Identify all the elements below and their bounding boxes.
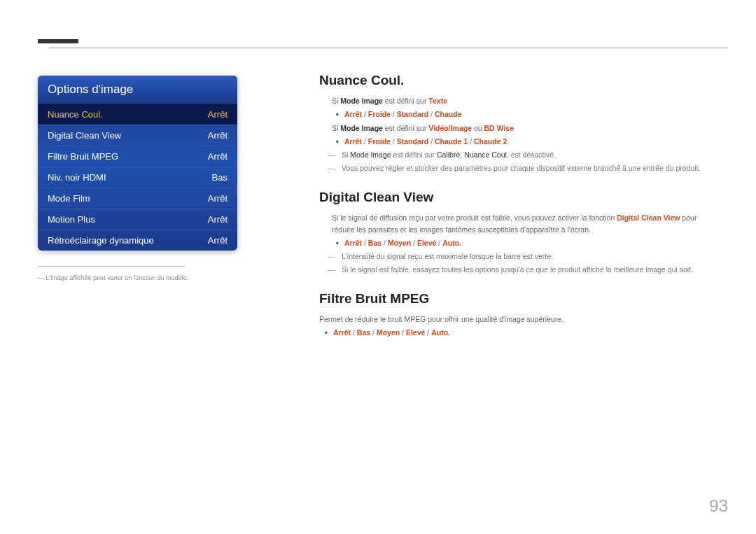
caption-divider: [38, 266, 185, 267]
menu-item-label: Motion Plus: [48, 214, 95, 225]
panel-caption: ― L'image affichée peut varier en foncti…: [38, 274, 188, 281]
menu-item-value: Arrêt: [208, 130, 227, 141]
menu-item-label: Mode Film: [48, 193, 90, 204]
note-text: Si le signal est faible, essayez toutes …: [319, 265, 721, 276]
menu-item-label: Filtre Bruit MPEG: [48, 151, 118, 162]
page-number: 93: [709, 496, 728, 516]
menu-item-mode-film[interactable]: Mode Film Arrêt: [38, 188, 237, 209]
menu-item-value: Arrêt: [208, 235, 227, 246]
condition-text: Si Mode Image est défini sur Texte: [319, 95, 721, 107]
header-tab: [38, 39, 78, 43]
menu-item-value: Arrêt: [208, 151, 227, 162]
menu-item-value: Arrêt: [208, 214, 227, 225]
option-list: Arrêt / Bas / Moyen / Elevé / Auto.: [319, 239, 721, 247]
option-list: Arrêt / Froide / Standard / Chaude: [319, 110, 721, 118]
section-digital-clean-view: Digital Clean View Si le signal de diffu…: [319, 190, 721, 276]
header-divider: [49, 48, 728, 48]
menu-item-filtre-bruit-mpeg[interactable]: Filtre Bruit MPEG Arrêt: [38, 146, 237, 167]
option-list: Arrêt / Bas / Moyen / Elevé / Auto.: [319, 328, 721, 337]
section-heading: Filtre Bruit MPEG: [319, 291, 721, 307]
menu-item-nuance-coul[interactable]: Nuance Coul. Arrêt: [38, 104, 237, 125]
menu-item-label: Niv. noir HDMI: [48, 172, 106, 183]
section-nuance-coul: Nuance Coul. Si Mode Image est défini su…: [319, 73, 721, 174]
menu-item-digital-clean-view[interactable]: Digital Clean View Arrêt: [38, 125, 237, 146]
menu-item-value: Arrêt: [208, 109, 227, 120]
condition-text: Si Mode Image est défini sur Vidéo/Image…: [319, 122, 721, 134]
note-text: Vous pouvez régler et stocker des paramè…: [319, 163, 721, 174]
option-list: Arrêt / Froide / Standard / Chaude 1 / C…: [319, 137, 721, 146]
section-heading: Digital Clean View: [319, 190, 721, 205]
content-area: Nuance Coul. Si Mode Image est défini su…: [319, 73, 721, 352]
menu-item-value: Arrêt: [208, 193, 227, 204]
panel-title: Options d'image: [38, 76, 237, 104]
menu-item-retroeclairage[interactable]: Rétroéclairage dynamique Arrêt: [38, 230, 237, 251]
menu-item-label: Rétroéclairage dynamique: [48, 235, 154, 246]
section-filtre-bruit-mpeg: Filtre Bruit MPEG Permet de réduire le b…: [319, 291, 721, 337]
body-text: Permet de réduire le bruit MPEG pour off…: [319, 314, 721, 325]
menu-item-value: Bas: [212, 172, 227, 183]
menu-item-label: Nuance Coul.: [48, 109, 103, 120]
options-panel: Options d'image Nuance Coul. Arrêt Digit…: [38, 76, 237, 251]
menu-item-motion-plus[interactable]: Motion Plus Arrêt: [38, 209, 237, 230]
body-text: Si le signal de diffusion reçu par votre…: [319, 212, 721, 236]
section-heading: Nuance Coul.: [319, 73, 721, 88]
note-text: Si Mode Image est défini sur Calibré, Nu…: [319, 150, 721, 161]
note-text: L'intensité du signal reçu est maximale …: [319, 251, 721, 262]
menu-item-niv-noir-hdmi[interactable]: Niv. noir HDMI Bas: [38, 167, 237, 188]
menu-item-label: Digital Clean View: [48, 130, 121, 141]
